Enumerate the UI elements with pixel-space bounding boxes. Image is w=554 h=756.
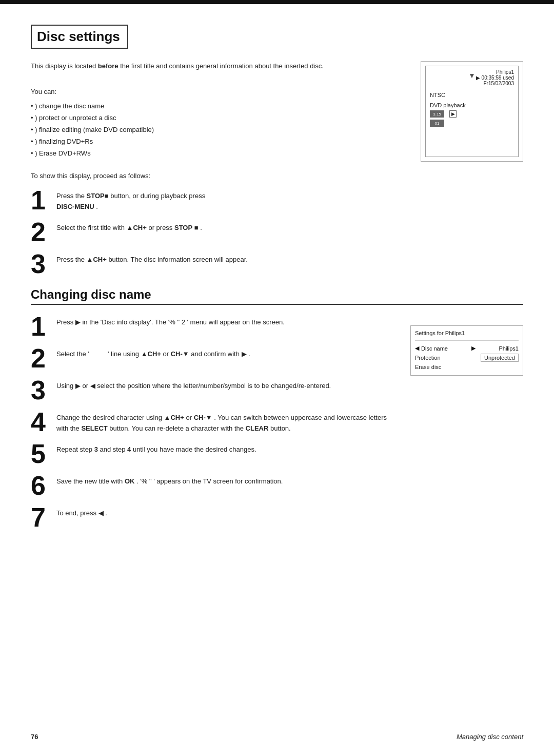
step2-row-3: 3 Using ▶ or ◀ select the position where… <box>31 379 400 403</box>
step2-number-5: 5 <box>31 440 56 467</box>
settings-row-erase: Erase disc <box>415 363 519 371</box>
step2-number-1: 1 <box>31 313 56 340</box>
page-footer: 76 Managing disc content <box>0 733 554 741</box>
step2-content-6: Save the new title with OK . '% " ' appe… <box>56 474 400 488</box>
step2-number-4: 4 <box>31 409 56 435</box>
step2-content-5: Repeat step 3 and step 4 until you have … <box>56 442 400 456</box>
top-bar <box>0 0 554 4</box>
step2-row-5: 5 Repeat step 3 and step 4 until you hav… <box>31 442 400 467</box>
section2-content: 1 Press ▶ in the 'Disc info display'. Th… <box>31 315 523 538</box>
step-content-1: Press the STOP■ button, or during playba… <box>56 189 523 214</box>
bar2-box: 01 <box>430 120 444 127</box>
philips-label: Philips1 ▶ 00:35:59 used Fr15/02/2003 <box>476 69 514 86</box>
step2-row-1: 1 Press ▶ in the 'Disc info display'. Th… <box>31 315 400 340</box>
step2-row-2: 2 Select the ' ' line using ▲CH+ or CH-▼… <box>31 347 400 372</box>
ntsc-label: NTSC <box>430 92 445 98</box>
protection-value: Unprotected <box>481 354 519 362</box>
section2-heading: Changing disc name <box>31 287 523 305</box>
proceed-text: To show this display, proceed as follows… <box>31 171 523 182</box>
bar1-box: 3.15 <box>430 110 444 118</box>
step2-content-3: Using ▶ or ◀ select the position where t… <box>56 379 400 393</box>
list-item: change the disc name <box>31 101 410 112</box>
step2-number-6: 6 <box>31 472 56 499</box>
intro-block: This display is located before the first… <box>31 61 523 162</box>
step2-content-7: To end, press ◀ . <box>56 506 400 520</box>
intro-text: This display is located before the first… <box>31 61 410 162</box>
step-number-1: 1 <box>31 187 56 214</box>
step-number-2: 2 <box>31 219 56 245</box>
step-row-2: 2 Select the first title with ▲CH+ or pr… <box>31 221 523 245</box>
step-content-2: Select the first title with ▲CH+ or pres… <box>56 221 523 235</box>
section-label: Managing disc content <box>457 733 523 741</box>
step-number-3: 3 <box>31 250 56 277</box>
list-item: finalizing DVD+Rs <box>31 137 410 147</box>
protection-label: Protection <box>415 355 441 361</box>
step2-row-4: 4 Change the desired character using ▲CH… <box>31 411 400 435</box>
step2-number-3: 3 <box>31 377 56 403</box>
disc-name-arrow-icon: ▶ <box>471 345 476 352</box>
section1-steps: 1 Press the STOP■ button, or during play… <box>31 189 523 277</box>
bullet-arrow-icon: ◀ <box>415 345 419 352</box>
step-content-3: Press the ▲CH+ button. The disc informat… <box>56 253 523 266</box>
section1-title-box: Disc settings <box>31 25 128 49</box>
settings-row-disc-name: ◀ Disc name ▶ Philips1 <box>415 344 519 353</box>
disc-name-value: Philips1 <box>499 345 519 352</box>
you-can-list: change the disc name protect or unprotec… <box>31 101 410 159</box>
step-row-1: 1 Press the STOP■ button, or during play… <box>31 189 523 214</box>
settings-title: Settings for Philips1 <box>415 330 519 336</box>
play-icon: ▶ <box>449 110 457 118</box>
section2-title: Changing disc name <box>31 287 523 302</box>
step2-content-4: Change the desired character using ▲CH+ … <box>56 411 400 435</box>
list-item: finalize editing (make DVD compatible) <box>31 125 410 135</box>
disc-display-box: Philips1 ▶ 00:35:59 used Fr15/02/2003 NT… <box>421 61 523 162</box>
section2-steps: 1 Press ▶ in the 'Disc info display'. Th… <box>31 315 400 538</box>
list-item: protect or unprotect a disc <box>31 113 410 124</box>
settings-row-protection: Protection Unprotected <box>415 353 519 363</box>
page-number: 76 <box>31 733 38 741</box>
list-item: Erase DVD+RWs <box>31 148 410 159</box>
section1-title: Disc settings <box>37 29 120 45</box>
intro-paragraph: This display is located before the first… <box>31 61 410 72</box>
you-can-label: You can: <box>31 87 410 98</box>
dvd-playback-label: DVD playback 3.15 ▶ 01 <box>430 102 466 127</box>
step2-content-2: Select the ' ' line using ▲CH+ or CH-▼ a… <box>56 347 400 361</box>
display-inner: Philips1 ▶ 00:35:59 used Fr15/02/2003 NT… <box>425 66 519 157</box>
erase-disc-label: Erase disc <box>415 364 441 370</box>
step2-row-6: 6 Save the new title with OK . '% " ' ap… <box>31 474 400 499</box>
step2-content-1: Press ▶ in the 'Disc info display'. The … <box>56 315 400 329</box>
settings-box: Settings for Philips1 ◀ Disc name ▶ Phil… <box>410 325 523 376</box>
disc-name-label: ◀ Disc name <box>415 345 448 352</box>
step2-number-7: 7 <box>31 504 56 531</box>
step-row-3: 3 Press the ▲CH+ button. The disc inform… <box>31 253 523 277</box>
step2-number-2: 2 <box>31 345 56 372</box>
step2-row-7: 7 To end, press ◀ . <box>31 506 400 531</box>
